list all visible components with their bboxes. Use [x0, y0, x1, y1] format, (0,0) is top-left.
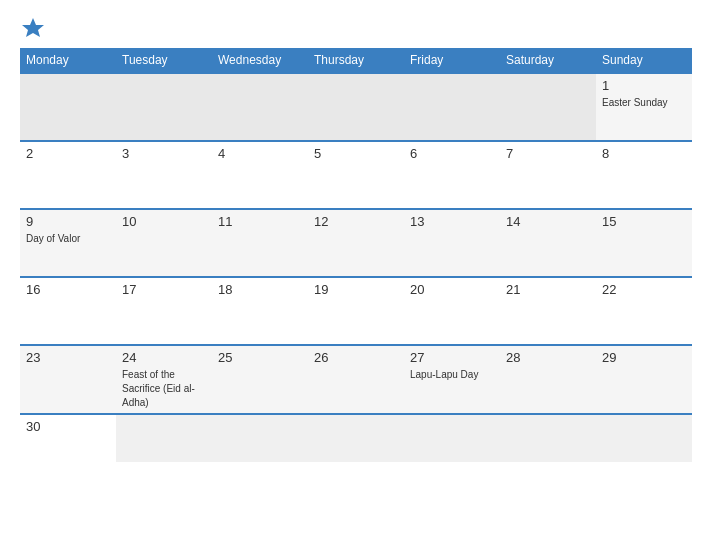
col-saturday: Saturday — [500, 48, 596, 73]
col-wednesday: Wednesday — [212, 48, 308, 73]
day-number: 9 — [26, 214, 110, 229]
calendar-cell — [116, 73, 212, 141]
day-number: 22 — [602, 282, 686, 297]
day-number: 29 — [602, 350, 686, 365]
calendar-row: 9Day of Valor101112131415 — [20, 209, 692, 277]
calendar-row: 2345678 — [20, 141, 692, 209]
day-number: 26 — [314, 350, 398, 365]
calendar-cell: 12 — [308, 209, 404, 277]
calendar-cell: 8 — [596, 141, 692, 209]
calendar-cell — [116, 414, 212, 462]
day-number: 7 — [506, 146, 590, 161]
calendar-page: Monday Tuesday Wednesday Thursday Friday… — [0, 0, 712, 550]
calendar-cell — [500, 414, 596, 462]
day-number: 11 — [218, 214, 302, 229]
day-number: 20 — [410, 282, 494, 297]
day-number: 6 — [410, 146, 494, 161]
calendar-cell — [308, 73, 404, 141]
calendar-row: 16171819202122 — [20, 277, 692, 345]
calendar-cell: 2 — [20, 141, 116, 209]
event-label: Easter Sunday — [602, 97, 668, 108]
header — [20, 16, 692, 38]
day-number: 4 — [218, 146, 302, 161]
calendar-cell: 23 — [20, 345, 116, 414]
calendar-cell — [404, 414, 500, 462]
calendar-table: Monday Tuesday Wednesday Thursday Friday… — [20, 48, 692, 462]
calendar-cell: 24Feast of the Sacrifice (Eid al-Adha) — [116, 345, 212, 414]
day-number: 25 — [218, 350, 302, 365]
calendar-cell: 1Easter Sunday — [596, 73, 692, 141]
event-label: Day of Valor — [26, 233, 80, 244]
calendar-cell: 16 — [20, 277, 116, 345]
event-label: Lapu-Lapu Day — [410, 369, 478, 380]
event-label: Feast of the Sacrifice (Eid al-Adha) — [122, 369, 195, 408]
day-number: 23 — [26, 350, 110, 365]
calendar-cell — [20, 73, 116, 141]
svg-marker-0 — [22, 18, 44, 37]
day-number: 27 — [410, 350, 494, 365]
logo-flag-icon — [22, 16, 44, 38]
day-number: 1 — [602, 78, 686, 93]
calendar-cell: 18 — [212, 277, 308, 345]
calendar-cell — [500, 73, 596, 141]
calendar-cell: 14 — [500, 209, 596, 277]
calendar-cell: 30 — [20, 414, 116, 462]
calendar-cell: 4 — [212, 141, 308, 209]
calendar-cell — [308, 414, 404, 462]
day-number: 3 — [122, 146, 206, 161]
calendar-cell: 15 — [596, 209, 692, 277]
col-friday: Friday — [404, 48, 500, 73]
day-number: 21 — [506, 282, 590, 297]
calendar-cell: 10 — [116, 209, 212, 277]
day-number: 15 — [602, 214, 686, 229]
day-number: 30 — [26, 419, 110, 434]
calendar-cell: 29 — [596, 345, 692, 414]
col-tuesday: Tuesday — [116, 48, 212, 73]
calendar-cell — [212, 414, 308, 462]
calendar-cell: 7 — [500, 141, 596, 209]
calendar-row: 30 — [20, 414, 692, 462]
day-number: 12 — [314, 214, 398, 229]
calendar-row: 2324Feast of the Sacrifice (Eid al-Adha)… — [20, 345, 692, 414]
calendar-cell: 11 — [212, 209, 308, 277]
day-number: 16 — [26, 282, 110, 297]
col-monday: Monday — [20, 48, 116, 73]
calendar-cell: 9Day of Valor — [20, 209, 116, 277]
day-number: 28 — [506, 350, 590, 365]
day-number: 8 — [602, 146, 686, 161]
col-thursday: Thursday — [308, 48, 404, 73]
day-number: 14 — [506, 214, 590, 229]
calendar-cell: 26 — [308, 345, 404, 414]
day-number: 13 — [410, 214, 494, 229]
day-number: 2 — [26, 146, 110, 161]
day-number: 5 — [314, 146, 398, 161]
calendar-cell: 21 — [500, 277, 596, 345]
calendar-cell: 17 — [116, 277, 212, 345]
day-number: 24 — [122, 350, 206, 365]
calendar-cell — [596, 414, 692, 462]
calendar-cell: 6 — [404, 141, 500, 209]
calendar-cell — [212, 73, 308, 141]
col-sunday: Sunday — [596, 48, 692, 73]
calendar-cell: 22 — [596, 277, 692, 345]
calendar-cell — [404, 73, 500, 141]
day-number: 18 — [218, 282, 302, 297]
calendar-cell: 20 — [404, 277, 500, 345]
logo — [20, 16, 44, 38]
calendar-cell: 27Lapu-Lapu Day — [404, 345, 500, 414]
day-number: 10 — [122, 214, 206, 229]
day-number: 17 — [122, 282, 206, 297]
calendar-cell: 28 — [500, 345, 596, 414]
calendar-header-row: Monday Tuesday Wednesday Thursday Friday… — [20, 48, 692, 73]
calendar-cell: 3 — [116, 141, 212, 209]
day-number: 19 — [314, 282, 398, 297]
calendar-cell: 5 — [308, 141, 404, 209]
calendar-row: 1Easter Sunday — [20, 73, 692, 141]
calendar-cell: 25 — [212, 345, 308, 414]
calendar-cell: 19 — [308, 277, 404, 345]
calendar-cell: 13 — [404, 209, 500, 277]
